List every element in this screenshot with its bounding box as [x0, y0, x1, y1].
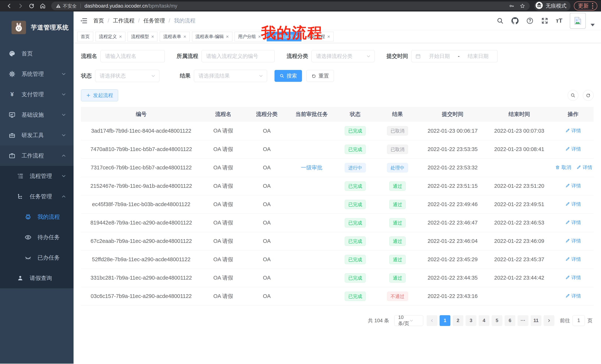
browser-update-button[interactable]: 更新: [574, 1, 597, 10]
sidebar-item-workflow[interactable]: 工作流程: [0, 145, 74, 166]
detail-link[interactable]: 详情: [565, 293, 581, 299]
browser-back-icon[interactable]: [4, 2, 15, 10]
close-icon[interactable]: ×: [327, 34, 330, 39]
tab-process-form-edit[interactable]: 流程表单-编辑×: [192, 32, 232, 41]
sidebar-item-done-tasks[interactable]: 已办任务: [0, 248, 74, 268]
tab-my-process[interactable]: 我的流程×: [267, 32, 301, 41]
tab-process-form[interactable]: 流程表单×: [160, 32, 190, 41]
close-icon[interactable]: ×: [151, 34, 154, 39]
next-page-button[interactable]: [544, 315, 554, 326]
browser-menu-icon[interactable]: [592, 3, 593, 9]
prev-page-button[interactable]: [427, 315, 437, 326]
cell-submit-time: 2022-01-23 00:06:17: [419, 122, 486, 140]
update-label[interactable]: 更新: [578, 2, 589, 10]
process-category-select[interactable]: 请选择流程分类: [311, 50, 375, 62]
cell-result: 处理中: [376, 158, 419, 177]
search-icon[interactable]: [496, 17, 504, 25]
sidebar-item-label: 基础设施: [21, 111, 44, 119]
sidebar-item-my-process[interactable]: 我的流程: [0, 207, 74, 227]
end-date-placeholder: 结束日期: [463, 53, 494, 60]
password-key-icon[interactable]: [509, 3, 514, 9]
close-icon[interactable]: ×: [226, 34, 229, 39]
url-path[interactable]: /bpm/task/my: [148, 3, 177, 9]
sidebar-collapse-icon[interactable]: [80, 17, 88, 25]
tab-process-definition[interactable]: 流程定义×: [95, 32, 125, 41]
security-warning-icon[interactable]: [56, 3, 61, 9]
github-icon[interactable]: [511, 17, 519, 25]
sidebar-item-label: 系统管理: [21, 70, 44, 78]
cell-status: 已完成: [335, 195, 376, 213]
sidebar-item-leave-query[interactable]: 请假查询: [0, 268, 74, 288]
fullscreen-icon[interactable]: [541, 17, 549, 25]
refresh-button[interactable]: [583, 90, 594, 101]
sidebar-item-payment[interactable]: ¥支付管理: [0, 84, 74, 105]
sidebar-item-process-mgmt[interactable]: 流程管理: [0, 166, 74, 186]
breadcrumb-home[interactable]: 首页: [93, 17, 104, 25]
submit-time-range-picker[interactable]: 开始日期 - 结束日期: [411, 50, 498, 62]
page-button-6[interactable]: 6: [505, 315, 515, 326]
page-button-4[interactable]: 4: [479, 315, 489, 326]
detail-link[interactable]: 详情: [565, 274, 581, 281]
tab-user-group[interactable]: 用户分组×: [235, 32, 264, 41]
browser-reload-icon[interactable]: [26, 2, 37, 10]
detail-link[interactable]: 详情: [565, 219, 581, 226]
detail-link[interactable]: 详情: [576, 164, 592, 171]
result-select[interactable]: 请选择流结果: [194, 70, 267, 82]
page-button-11[interactable]: 11: [531, 315, 541, 326]
search-button[interactable]: 搜索: [274, 70, 302, 82]
url-host[interactable]: dashboard.yudao.iocoder.cn: [84, 3, 148, 9]
close-icon[interactable]: ×: [183, 34, 186, 39]
sidebar-item-home[interactable]: 首页: [0, 43, 74, 64]
help-icon[interactable]: [526, 17, 534, 25]
detail-link[interactable]: 详情: [565, 146, 581, 152]
tab-label: 流程表单-编辑: [196, 34, 224, 39]
sidebar-item-todo-tasks[interactable]: 待办任务: [0, 227, 74, 248]
page-button-2[interactable]: 2: [453, 315, 463, 326]
cell-status: 已完成: [335, 122, 376, 140]
cell-id: 7317cec6-7b9b-11ec-b5b7-acde48001122: [81, 158, 201, 177]
cell-id: 52ffd28e-7b9a-11ec-a290-acde48001122: [81, 250, 201, 269]
result-badge: 通过: [389, 200, 406, 209]
detail-link[interactable]: 详情: [565, 182, 581, 189]
sidebar-item-task-mgmt[interactable]: 任务管理: [0, 186, 74, 207]
process-definition-input[interactable]: [201, 50, 275, 62]
sidebar-item-infra[interactable]: 基础设施: [0, 105, 74, 125]
pager-ellipsis[interactable]: ···: [518, 315, 528, 326]
avatar-caret-icon[interactable]: [591, 24, 595, 26]
sidebar-item-devtools[interactable]: 研发工具: [0, 125, 74, 145]
browser-toolbar: 不安全 dashboard.yudao.iocoder.cn/bpm/task/…: [0, 0, 601, 11]
browser-forward-icon[interactable]: [15, 2, 26, 10]
browser-home-icon[interactable]: [37, 2, 48, 10]
detail-link[interactable]: 详情: [565, 238, 581, 244]
create-process-button[interactable]: 发起流程: [81, 89, 118, 101]
status-select[interactable]: 请选择状态: [95, 70, 159, 82]
breadcrumb-workflow[interactable]: 工作流程: [113, 17, 134, 25]
avatar[interactable]: [570, 13, 586, 29]
address-bar[interactable]: 不安全 dashboard.yudao.iocoder.cn/bpm/task/…: [51, 2, 530, 10]
toggle-search-button[interactable]: [568, 90, 578, 101]
app-logo-row[interactable]: 芋道管理系统: [0, 11, 74, 43]
sidebar-item-system[interactable]: 系统管理: [0, 64, 74, 84]
page-button-1[interactable]: 1: [440, 315, 450, 326]
detail-link[interactable]: 详情: [565, 127, 581, 134]
cancel-link[interactable]: 取消: [555, 164, 571, 171]
process-name-input[interactable]: [100, 50, 165, 62]
page-button-3[interactable]: 3: [466, 315, 476, 326]
font-size-icon[interactable]: ᴛT: [556, 17, 562, 24]
security-label[interactable]: 不安全: [63, 3, 77, 9]
task-link[interactable]: 一级审批: [301, 164, 322, 171]
tab-home[interactable]: 首页: [77, 32, 93, 41]
detail-link[interactable]: 详情: [565, 201, 581, 207]
page-button-5[interactable]: 5: [492, 315, 502, 326]
close-icon[interactable]: ×: [119, 34, 122, 39]
tab-process-model[interactable]: 流程模型×: [128, 32, 158, 41]
tab-start-process[interactable]: 发起流程×: [304, 32, 334, 41]
close-icon[interactable]: ×: [258, 34, 261, 39]
breadcrumb-task-mgmt[interactable]: 任务管理: [143, 17, 165, 25]
close-icon[interactable]: ×: [295, 34, 298, 39]
detail-link[interactable]: 详情: [565, 256, 581, 262]
page-size-select[interactable]: 10条/页: [394, 315, 423, 326]
bookmark-star-icon[interactable]: [520, 3, 525, 9]
reset-button[interactable]: 重置: [306, 70, 334, 82]
goto-page-input[interactable]: [573, 315, 585, 326]
